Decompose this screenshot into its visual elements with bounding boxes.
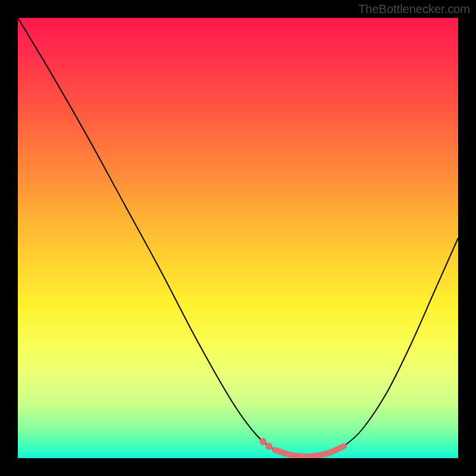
chart-container [18, 18, 458, 458]
bottleneck-curve [18, 18, 458, 456]
watermark-text: TheBottlenecker.com [358, 2, 470, 16]
highlight-dot [265, 443, 273, 450]
optimal-range-highlight [275, 446, 344, 456]
highlight-dot [259, 438, 267, 445]
chart-svg [18, 18, 458, 458]
